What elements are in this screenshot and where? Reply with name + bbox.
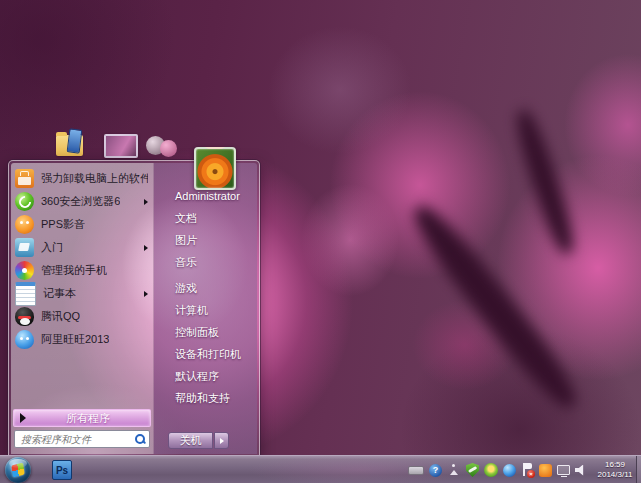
shutdown-options-arrow-button[interactable] [214,432,229,449]
help-icon[interactable]: ? [429,464,442,477]
pps-icon [15,215,34,234]
system-tray: ? × 16:59 2014/3/11 [403,456,636,483]
browser-360-icon [15,192,34,211]
taskbar: Ps ? × 16:59 2014/3/11 [0,455,641,483]
shutdown-controls: 关机 [168,432,229,449]
right-item-documents[interactable]: 文档 [154,207,257,229]
windows-flag-icon [11,463,24,478]
sphere-icon [160,140,177,157]
menu-item-pps[interactable]: PPS影音 [11,213,153,236]
show-desktop-button[interactable] [636,456,641,483]
qq-icon [15,307,34,326]
all-programs-button[interactable]: 所有程序 [13,409,151,427]
menu-item-wangwang[interactable]: 阿里旺旺2013 [11,328,153,351]
submenu-arrow-icon [144,199,148,205]
desktop-icon-picture[interactable] [104,134,138,158]
right-item-list: Administrator 文档 图片 音乐 游戏 计算机 控制面板 设备和打印… [154,185,257,409]
error-badge-icon: × [527,470,535,478]
search-icon[interactable] [134,433,146,445]
user-avatar[interactable] [194,147,236,190]
submenu-arrow-icon [144,245,148,251]
right-item-games[interactable]: 游戏 [154,277,257,299]
start-button[interactable] [5,457,31,483]
clock-time: 16:59 [594,460,636,470]
security-circle-icon[interactable] [484,463,498,477]
chevron-up-icon [450,470,458,475]
submenu-arrow-icon [144,291,148,297]
start-menu-left-panel: 强力卸载电脑上的软件 360安全浏览器6 PPS影音 入门 [11,163,154,454]
menu-item-uninstaller[interactable]: 强力卸载电脑上的软件 [11,167,153,190]
shutdown-button[interactable]: 关机 [168,432,213,449]
search-input[interactable] [19,433,134,446]
phone-manager-icon [15,261,34,280]
wangwang-icon [15,330,34,349]
wallpaper-branch [510,107,579,257]
browser-sphere-icon[interactable] [503,464,516,477]
desktop: 强力卸载电脑上的软件 360安全浏览器6 PPS影音 入门 [0,0,641,483]
show-hidden-icons-button[interactable] [447,464,461,477]
network-icon[interactable] [557,465,570,475]
document-icon [67,128,83,153]
program-list: 强力卸载电脑上的软件 360安全浏览器6 PPS影音 入门 [11,167,153,351]
clock-date: 2014/3/11 [594,470,636,480]
search-box [14,430,150,448]
start-menu: 强力卸载电脑上的软件 360安全浏览器6 PPS影音 入门 [8,160,260,457]
start-menu-right-panel: Administrator 文档 图片 音乐 游戏 计算机 控制面板 设备和打印… [154,163,257,454]
hidden-icon-dot [452,464,455,467]
menu-item-notepad[interactable]: 记事本 [11,282,153,305]
notepad-icon [15,282,36,306]
menu-item-360-browser[interactable]: 360安全浏览器6 [11,190,153,213]
taskbar-photoshop-button[interactable]: Ps [52,460,72,480]
right-item-pictures[interactable]: 图片 [154,229,257,251]
menu-item-getting-started[interactable]: 入门 [11,236,153,259]
right-item-control-panel[interactable]: 控制面板 [154,321,257,343]
antivirus-shield-icon[interactable] [466,463,479,477]
uninstaller-icon [15,169,34,188]
right-item-devices-printers[interactable]: 设备和打印机 [154,343,257,365]
desktop-icon-folder[interactable] [56,135,83,156]
desktop-icon-spheres[interactable] [146,134,182,160]
photoshop-icon: Ps [56,465,68,476]
right-item-music[interactable]: 音乐 [154,251,257,273]
input-indicator-icon[interactable] [408,466,424,475]
wangwang-tray-icon[interactable] [539,464,552,477]
right-item-default-programs[interactable]: 默认程序 [154,365,257,387]
action-center-flag-icon[interactable]: × [521,463,534,477]
getting-started-icon [15,238,34,257]
menu-item-qq[interactable]: 腾讯QQ [11,305,153,328]
menu-item-phone-manager[interactable]: 管理我的手机 [11,259,153,282]
right-item-computer[interactable]: 计算机 [154,299,257,321]
right-item-help-support[interactable]: 帮助和支持 [154,387,257,409]
volume-icon[interactable] [575,465,587,476]
taskbar-clock[interactable]: 16:59 2014/3/11 [594,460,636,480]
